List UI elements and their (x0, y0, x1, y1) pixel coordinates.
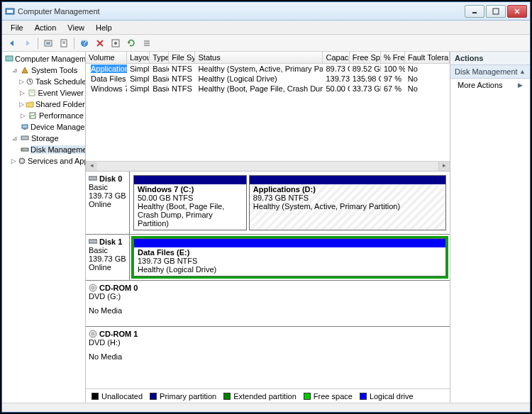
col-type[interactable]: Type (150, 52, 169, 63)
actions-context[interactable]: Disk Management ▲ (450, 65, 530, 79)
svg-rect-3 (493, 9, 499, 14)
svg-rect-38 (89, 240, 97, 243)
app-icon (5, 6, 15, 16)
menu-help[interactable]: Help (90, 22, 118, 33)
partition-windows7[interactable]: Windows 7 (C:) 50.00 GB NTFS Healthy (Bo… (133, 175, 247, 230)
collapse-icon[interactable]: ▲ (519, 68, 526, 75)
refresh-icon[interactable] (124, 36, 138, 50)
svg-rect-27 (22, 125, 28, 128)
svg-rect-24 (29, 90, 35, 96)
menu-file[interactable]: File (5, 22, 29, 33)
tree-root[interactable]: Computer Management (Local (4, 53, 84, 65)
disk-1-row[interactable]: Disk 1 Basic 139.73 GB Online Data Files… (86, 235, 450, 281)
status-bar (2, 403, 530, 412)
tree-system-tools[interactable]: ⊿System Tools (4, 65, 84, 76)
window-title: Computer Management (18, 7, 463, 16)
disk-icon (89, 175, 97, 182)
center-pane: Volume Layout Type File System Status Ca… (86, 52, 450, 403)
settings-button[interactable] (109, 36, 123, 50)
col-status[interactable]: Status (195, 52, 323, 63)
list-view-icon[interactable] (140, 36, 154, 50)
menu-bar: File Action View Help (2, 21, 530, 35)
disk-1-info[interactable]: Disk 1 Basic 139.73 GB Online (86, 235, 130, 280)
cdrom-0-row[interactable]: CD-ROM 0 DVD (G:) No Media (86, 281, 450, 327)
tree-services[interactable]: ▷Services and Applications (4, 155, 84, 167)
back-button[interactable] (5, 36, 19, 50)
disk-icon (89, 238, 97, 245)
col-capacity[interactable]: Capacity (323, 52, 349, 63)
navigation-tree[interactable]: Computer Management (Local ⊿System Tools… (2, 52, 86, 403)
partition-applications[interactable]: Applications (D:) 89.73 GB NTFS Healthy … (249, 175, 446, 230)
cdrom-0-info[interactable]: CD-ROM 0 DVD (G:) No Media (86, 281, 450, 326)
disk-graphical-view[interactable]: Disk 0 Basic 139.73 GB Online Windows 7 … (86, 171, 450, 388)
svg-point-40 (92, 287, 94, 289)
app-window: Computer Management File Action View Hel… (1, 1, 531, 413)
actions-pane: Actions Disk Management ▲ More Actions ▶ (450, 52, 530, 403)
volume-row[interactable]: Applications (D:)SimpleBasicNTFSHealthy … (86, 64, 450, 74)
svg-point-31 (22, 149, 23, 150)
close-button[interactable] (507, 5, 527, 18)
svg-point-42 (92, 333, 94, 335)
svg-rect-7 (46, 42, 50, 45)
svg-point-16 (114, 42, 117, 45)
svg-rect-1 (7, 10, 13, 13)
cdrom-icon (89, 284, 97, 292)
forward-button[interactable] (21, 36, 35, 50)
col-filesystem[interactable]: File System (169, 52, 195, 63)
disk-0-row[interactable]: Disk 0 Basic 139.73 GB Online Windows 7 … (86, 172, 450, 235)
col-layout[interactable]: Layout (127, 52, 150, 63)
tree-task-scheduler[interactable]: ▷Task Scheduler (4, 76, 84, 87)
partition-datafiles[interactable]: Data Files (E:) 139.73 GB NTFS Healthy (… (133, 238, 446, 276)
tree-disk-management[interactable]: Disk Management (4, 144, 84, 155)
svg-rect-37 (89, 177, 97, 180)
up-button[interactable] (41, 36, 55, 50)
properties-button[interactable] (57, 36, 71, 50)
col-pfree[interactable]: % Free (381, 52, 405, 63)
tree-event-viewer[interactable]: ▷Event Viewer (4, 87, 84, 99)
svg-rect-28 (23, 128, 26, 130)
help-button[interactable]: ? (77, 36, 92, 50)
titlebar[interactable]: Computer Management (2, 2, 530, 21)
volume-row[interactable]: Windows 7 (C:)SimpleBasicNTFSHealthy (Bo… (86, 84, 450, 94)
svg-rect-20 (6, 56, 13, 61)
tree-device-manager[interactable]: Device Manager (4, 121, 84, 133)
col-free[interactable]: Free Space (350, 52, 381, 63)
menu-view[interactable]: View (62, 22, 90, 33)
more-actions[interactable]: More Actions ▶ (450, 79, 530, 91)
cdrom-1-info[interactable]: CD-ROM 1 DVD (H:) No Media (86, 327, 450, 388)
chevron-right-icon: ▶ (518, 82, 523, 89)
tree-storage[interactable]: ⊿Storage (4, 133, 84, 144)
minimize-button[interactable] (465, 5, 484, 18)
svg-rect-29 (21, 136, 28, 140)
col-volume[interactable]: Volume (86, 52, 127, 63)
volume-row[interactable]: Data Files (E:)SimpleBasicNTFSHealthy (L… (86, 74, 450, 84)
cdrom-1-row[interactable]: CD-ROM 1 DVD (H:) No Media (86, 327, 450, 388)
legend: Unallocated Primary partition Extended p… (86, 388, 450, 403)
disk-0-info[interactable]: Disk 0 Basic 139.73 GB Online (86, 172, 130, 234)
toolbar: ? (2, 35, 530, 52)
horizontal-scrollbar[interactable]: ◂▸ (86, 161, 450, 171)
menu-action[interactable]: Action (29, 22, 62, 33)
maximize-button[interactable] (486, 5, 506, 18)
cdrom-icon (89, 330, 97, 338)
svg-point-33 (21, 160, 23, 162)
svg-text:?: ? (82, 38, 87, 47)
tree-performance[interactable]: ▷Performance (4, 110, 84, 121)
volume-list[interactable]: Volume Layout Type File System Status Ca… (86, 52, 450, 171)
col-fault[interactable]: Fault Tolerance (405, 52, 450, 63)
delete-button[interactable] (93, 36, 107, 50)
volume-header[interactable]: Volume Layout Type File System Status Ca… (86, 52, 450, 64)
actions-header: Actions (450, 52, 530, 65)
tree-shared-folders[interactable]: ▷Shared Folders (4, 99, 84, 110)
